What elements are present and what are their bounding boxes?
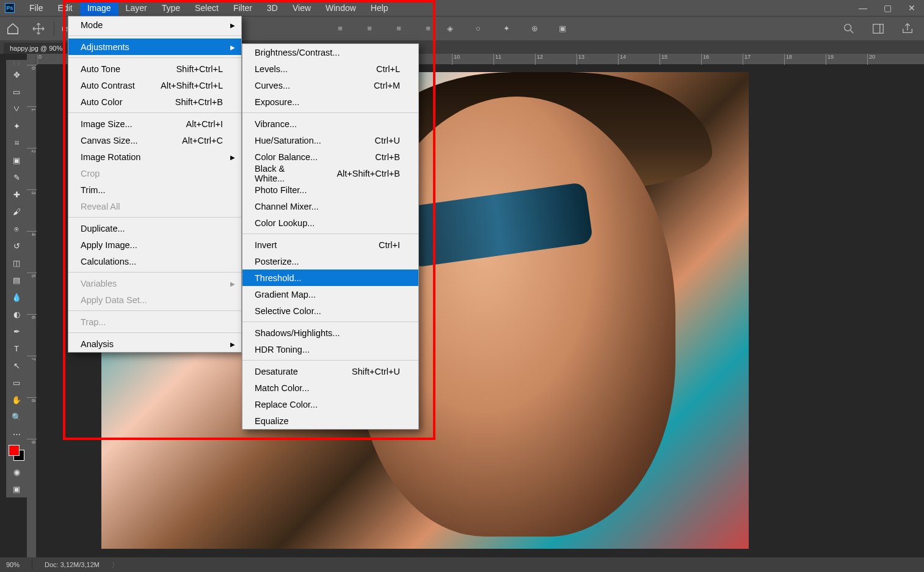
menu-window[interactable]: Window <box>318 0 363 16</box>
menu-item-mode[interactable]: Mode▶ <box>68 16 241 33</box>
menu-item-adjustments[interactable]: Adjustments▶ <box>68 38 241 55</box>
3d-mode-icon[interactable]: ◈ <box>443 22 457 35</box>
3d-d-icon[interactable]: ▣ <box>556 22 569 35</box>
heal-tool[interactable]: ✚ <box>6 186 27 203</box>
menu-item-gradient-map[interactable]: Gradient Map... <box>242 286 418 302</box>
menu-select[interactable]: Select <box>187 0 226 16</box>
panel-grip[interactable]: ⋮⋮ <box>6 60 27 66</box>
blur-tool[interactable]: 💧 <box>6 288 27 306</box>
menu-item-hue-saturation[interactable]: Hue/Saturation...Ctrl+U <box>242 132 418 148</box>
menu-file[interactable]: File <box>22 0 51 16</box>
gradient-tool[interactable]: ▤ <box>6 271 27 288</box>
menu-item-shadows-highlights[interactable]: Shadows/Highlights... <box>242 324 418 341</box>
search-icon[interactable] <box>842 22 856 35</box>
marquee-tool[interactable]: ▭ <box>6 83 27 100</box>
screenmode-button[interactable]: ▣ <box>6 480 27 497</box>
menu-item-replace-color[interactable]: Replace Color... <box>242 396 418 413</box>
menu-item-curves[interactable]: Curves...Ctrl+M <box>242 77 418 94</box>
align-just-icon[interactable]: ≡ <box>421 22 435 35</box>
menu-item-photo-filter[interactable]: Photo Filter... <box>242 182 418 198</box>
eyedropper-tool[interactable]: ✎ <box>6 169 27 186</box>
menu-item-exposure[interactable]: Exposure... <box>242 94 418 110</box>
menu-layer[interactable]: Layer <box>118 0 155 16</box>
lasso-tool[interactable]: ᥎ <box>6 100 27 117</box>
menu-shortcut: Alt+Shift+Ctrl+B <box>312 169 400 178</box>
zoom-level[interactable]: 90% <box>6 561 20 568</box>
3d-a-icon[interactable]: ○ <box>471 22 485 35</box>
chevron-right-icon[interactable]: 〉 <box>112 560 118 570</box>
menu-edit[interactable]: Edit <box>51 0 80 16</box>
menu-type[interactable]: Type <box>155 0 187 16</box>
share-icon[interactable] <box>901 22 914 35</box>
3d-b-icon[interactable]: ✦ <box>500 22 513 35</box>
menu-item-equalize[interactable]: Equalize <box>242 413 418 429</box>
eraser-tool[interactable]: ◫ <box>6 254 27 271</box>
fg-color[interactable] <box>9 445 20 456</box>
wand-tool[interactable]: ✦ <box>6 117 27 134</box>
dodge-tool[interactable]: ◐ <box>6 306 27 323</box>
menu-item-invert[interactable]: InvertCtrl+I <box>242 237 418 253</box>
menu-item-black-white[interactable]: Black & White...Alt+Shift+Ctrl+B <box>242 165 418 182</box>
menu-item-duplicate[interactable]: Duplicate... <box>68 220 241 237</box>
image-menu-dropdown: Mode▶Adjustments▶Auto ToneShift+Ctrl+LAu… <box>68 16 242 353</box>
zoom-tool[interactable]: 🔍 <box>6 408 27 425</box>
type-tool[interactable]: T <box>6 340 27 357</box>
menu-item-levels[interactable]: Levels...Ctrl+L <box>242 61 418 77</box>
frame-tool[interactable]: ▣ <box>6 152 27 169</box>
quickmask-button[interactable]: ◉ <box>6 463 27 480</box>
menu-item-match-color[interactable]: Match Color... <box>242 380 418 396</box>
history-tool[interactable]: ↺ <box>6 237 27 254</box>
document-tab[interactable]: happy.jpg @ 90% <box>4 43 68 54</box>
stamp-tool[interactable]: ⍟ <box>6 220 27 237</box>
hand-tool[interactable]: ✋ <box>6 391 27 408</box>
close-button[interactable]: ✕ <box>900 0 924 16</box>
menu-item-desaturate[interactable]: DesaturateShift+Ctrl+U <box>242 363 418 380</box>
rect-tool[interactable]: ▭ <box>6 374 27 391</box>
menu-item-selective-color[interactable]: Selective Color... <box>242 302 418 319</box>
menu-help[interactable]: Help <box>363 0 396 16</box>
doc-size[interactable]: Doc: 3,12M/3,12M <box>45 561 100 568</box>
brush-tool[interactable]: 🖌 <box>6 203 27 220</box>
panels-icon[interactable] <box>871 22 885 35</box>
maximize-button[interactable]: ▢ <box>875 0 900 16</box>
divider <box>54 21 54 36</box>
menu-item-vibrance[interactable]: Vibrance... <box>242 116 418 132</box>
menu-item-color-lookup[interactable]: Color Lookup... <box>242 215 418 231</box>
menu-item-label: Apply Data Set... <box>81 295 147 305</box>
move-tool-icon[interactable] <box>32 22 45 35</box>
3d-c-icon[interactable]: ⊕ <box>528 22 541 35</box>
menu-item-auto-tone[interactable]: Auto ToneShift+Ctrl+L <box>68 61 241 77</box>
more-tool[interactable]: ⋯ <box>6 425 27 442</box>
menu-item-threshold[interactable]: Threshold... <box>242 270 418 286</box>
menu-item-image-rotation[interactable]: Image Rotation▶ <box>68 148 241 165</box>
menu-item-hdr-toning[interactable]: HDR Toning... <box>242 341 418 358</box>
menu-item-posterize[interactable]: Posterize... <box>242 253 418 270</box>
menu-item-canvas-size[interactable]: Canvas Size...Alt+Ctrl+C <box>68 132 241 148</box>
menu-filter[interactable]: Filter <box>226 0 260 16</box>
crop-tool[interactable]: ⌗ <box>6 134 27 152</box>
menu-item-brightness-contrast[interactable]: Brightness/Contrast... <box>242 44 418 61</box>
minimize-button[interactable]: — <box>851 0 875 16</box>
align-center-icon[interactable]: ≡ <box>363 22 376 35</box>
menu-item-apply-image[interactable]: Apply Image... <box>68 237 241 253</box>
menu-image[interactable]: Image <box>80 0 118 16</box>
menu-item-calculations[interactable]: Calculations... <box>68 253 241 270</box>
align-right-icon[interactable]: ≡ <box>392 22 406 35</box>
move-tool[interactable]: ✥ <box>6 66 27 83</box>
menu-item-auto-color[interactable]: Auto ColorShift+Ctrl+B <box>68 94 241 110</box>
menu-view[interactable]: View <box>285 0 318 16</box>
path-tool[interactable]: ↖ <box>6 357 27 374</box>
menu-3d[interactable]: 3D <box>260 0 285 16</box>
color-swatches[interactable] <box>9 445 24 461</box>
menu-item-analysis[interactable]: Analysis▶ <box>68 336 241 352</box>
menu-item-image-size[interactable]: Image Size...Alt+Ctrl+I <box>68 116 241 132</box>
menu-item-color-balance[interactable]: Color Balance...Ctrl+B <box>242 148 418 165</box>
ruler-tick: 17 <box>743 54 751 65</box>
menu-item-channel-mixer[interactable]: Channel Mixer... <box>242 198 418 215</box>
align-left-icon[interactable]: ≡ <box>333 22 347 35</box>
ruler-tick: 12 <box>535 54 543 65</box>
menu-item-auto-contrast[interactable]: Auto ContrastAlt+Shift+Ctrl+L <box>68 77 241 94</box>
pen-tool[interactable]: ✒ <box>6 323 27 340</box>
menu-item-trim[interactable]: Trim... <box>68 182 241 198</box>
home-icon[interactable] <box>6 22 20 35</box>
